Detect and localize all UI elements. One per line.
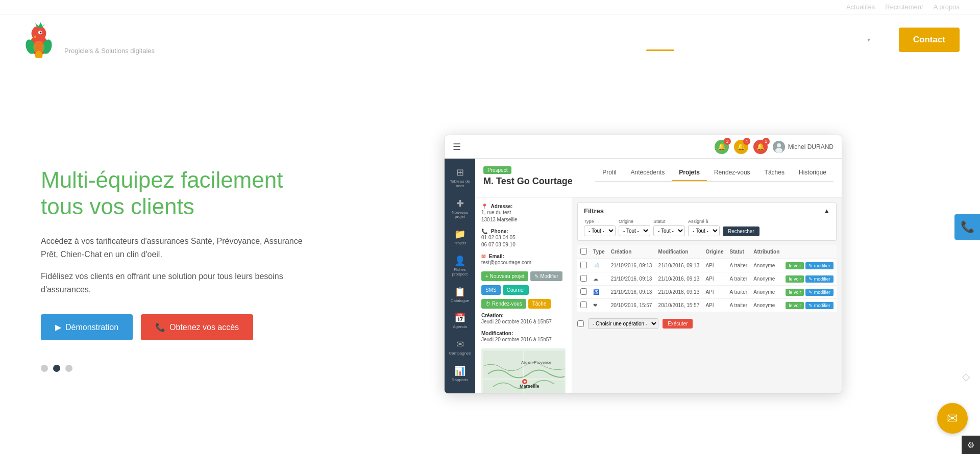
origine-cell: API [702,259,726,272]
tab-historique[interactable]: Historique [792,165,834,181]
dot-2[interactable] [53,365,60,372]
table-row: ❤ 20/10/2016, 15:57 20/10/2016, 15:57 AP… [577,299,837,312]
nav-demonstration[interactable]: Démonstration ▾ [808,31,870,49]
sidebar-label-reports: Rapports [452,378,468,383]
dot-3[interactable] [65,365,72,372]
hamburger-icon[interactable]: ☰ [453,141,461,153]
prospect-name: M. Test Go Courtage [483,176,573,187]
modifier-btn-3[interactable]: ✎ modifier [805,289,834,296]
attribution-cell: Anonyme [750,299,782,312]
table-row: ♿ 21/10/2016, 09:13 21/10/2016, 09:13 AP… [577,286,837,299]
sidebar-item-tableau-de-bord[interactable]: ⊞ Tableau de bord [447,163,473,193]
svg-point-12 [775,148,782,153]
filter-origine-select[interactable]: - Tout - [619,225,650,236]
float-email-button[interactable]: ✉ [937,403,968,434]
modifier-btn-2[interactable]: ✎ modifier [805,275,834,283]
top-links: Actualités Recrutement A propos [0,0,980,14]
sidebar-item-catalogue[interactable]: 📋 Catalogue [447,282,473,308]
tache-btn[interactable]: Tâche [528,299,551,309]
row-checkbox-4[interactable] [580,301,587,308]
access-button[interactable]: 📞 Obtenez vos accès [141,314,253,340]
app-sidebar: ⊞ Tableau de bord ✚ Nouveau projet 📁 Pro… [445,159,475,393]
col-statut: Statut [727,245,751,259]
scroll-indicator: ◇ [962,370,970,383]
tab-taches[interactable]: Tâches [757,165,792,181]
agenda-icon: 📅 [454,312,465,323]
col-origine: Origine [702,245,726,259]
sms-btn[interactable]: SMS [481,285,501,295]
creation-cell: 21/10/2016, 09:13 [608,272,655,286]
sidebar-item-projets[interactable]: 📁 Projets [447,224,473,250]
select-all-checkbox[interactable] [580,248,587,255]
filter-type-select[interactable]: - Tout - [584,225,616,236]
tab-projets[interactable]: Projets [672,165,707,181]
top-link-actualites[interactable]: Actualités [846,3,875,11]
hero-desc2: Fidélisez vos clients en offrant une sol… [41,270,316,296]
prospect-tabs: Profil Antécédents Projets Rendez-vous T… [595,165,834,182]
notification-badge-2[interactable]: 🔔 4 [734,140,748,154]
new-project-btn[interactable]: + Nouveau projet [481,271,528,281]
voir-btn-3[interactable]: le voir [786,289,804,296]
execute-button[interactable]: Exécuter [663,319,693,329]
dot-1[interactable] [41,365,48,372]
voir-btn-1[interactable]: le voir [786,262,804,269]
notification-badge-3[interactable]: 🔔 1 [753,140,768,154]
filter-section: Filtres ▲ Type - Tout - [577,203,837,241]
nav-bar: OGGO Data Progiciels & Solutions digital… [0,14,980,65]
phone-small-icon: 📞 [481,229,487,234]
modifier-btn-1[interactable]: ✎ modifier [805,262,834,269]
sidebar-label-catalogue: Catalogue [451,299,469,304]
filter-row: Type - Tout - Origine - Tout - [584,219,830,236]
contact-button[interactable]: Contact [899,28,960,52]
search-button[interactable]: Rechercher [723,226,760,236]
sidebar-item-fiches-prospect[interactable]: 👤 Fiches prospect [447,251,473,281]
filter-statut-select[interactable]: - Tout - [653,225,685,236]
row-checkbox-3[interactable] [580,288,587,295]
tab-rendez-vous[interactable]: Rendez-vous [707,165,757,181]
email-small-icon: ✉ [481,254,485,259]
row-checkbox-2[interactable] [580,275,587,282]
nav-accueil[interactable]: Accueil [646,31,674,49]
collapse-icon[interactable]: ▲ [823,207,830,215]
nav-fonctionnalites[interactable]: Fonctionnalités [693,31,751,49]
modifier-btn-4[interactable]: ✎ modifier [805,302,834,309]
data-table: Type Création Modification Origine Statu… [577,245,837,312]
modifier-btn[interactable]: ✎ Modifier [530,271,562,281]
phone-label: 📞 Phone: [481,229,566,234]
float-phone-button[interactable]: 📞 [954,214,980,240]
sidebar-item-nouveau-projet[interactable]: ✚ Nouveau projet [447,194,473,224]
col-type: Type [590,245,608,259]
footer-checkbox[interactable] [577,320,584,327]
logo-parrot-icon [20,21,57,58]
campaigns-icon: ✉ [456,339,464,350]
notification-badge-1[interactable]: 🔔 3 [715,140,729,154]
creation-cell: 20/10/2016, 15:57 [608,299,655,312]
col-modification: Modification [655,245,703,259]
email-info: ✉ Email: test@gocourtage.com [481,254,566,266]
voir-btn-4[interactable]: le voir [786,302,804,309]
courriel-btn[interactable]: Courriel [503,285,529,295]
float-settings-button[interactable]: ⚙ [962,436,980,453]
nav-tarifs[interactable]: Tarifs [770,31,791,49]
communication-buttons: SMS Courriel [481,285,566,295]
settings-icon: ⚙ [967,440,974,450]
tab-profil[interactable]: Profil [595,165,623,181]
sidebar-item-rapports[interactable]: 📊 Rapports [447,361,473,387]
demo-button[interactable]: ▶ Démonstration [41,314,133,340]
rendez-vous-btn[interactable]: ⏱ Rendez-vous [481,299,526,309]
sidebar-item-campagnes[interactable]: ✉ Campagnes [447,335,473,360]
operation-select[interactable]: - Choisir une opération - [588,318,658,329]
right-panel: Filtres ▲ Type - Tout - [572,197,842,393]
catalogue-icon: 📋 [454,286,465,297]
attribution-cell: Anonyme [750,259,782,272]
top-link-recrutement[interactable]: Recrutement [885,3,923,11]
top-link-apropos[interactable]: A propos [934,3,960,11]
attribution-cell: Anonyme [750,272,782,286]
sidebar-item-agenda[interactable]: 📅 Agenda [447,308,473,334]
modification-cell: 21/10/2016, 09:13 [655,272,703,286]
voir-btn-2[interactable]: le voir [786,275,804,283]
row-checkbox-1[interactable] [580,262,587,268]
svg-point-6 [40,32,42,34]
tab-antecedents[interactable]: Antécédents [623,165,672,181]
filter-assigne-select[interactable]: - Tout - [688,225,720,236]
